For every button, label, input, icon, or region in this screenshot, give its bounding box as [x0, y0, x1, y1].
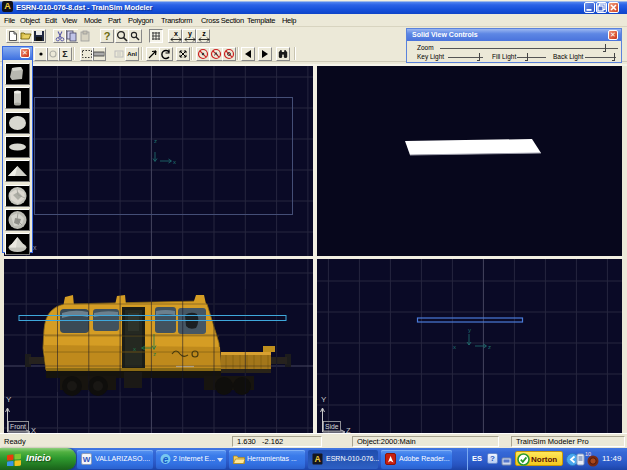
- svg-text:x: x: [133, 346, 136, 352]
- svg-text:y: y: [188, 30, 192, 38]
- svg-text:z: z: [202, 30, 206, 37]
- svg-text:A: A: [314, 454, 320, 464]
- svg-text:X: X: [31, 426, 36, 433]
- svg-text:W: W: [83, 455, 91, 464]
- svg-text:x: x: [33, 244, 37, 251]
- svg-text:Z: Z: [346, 426, 351, 433]
- svg-text:z: z: [153, 351, 156, 357]
- svg-text:y: y: [468, 327, 471, 333]
- svg-text:Side: Side: [325, 423, 339, 430]
- svg-text:z: z: [488, 344, 491, 350]
- svg-text:Y: Y: [6, 395, 12, 404]
- svg-text:z: z: [154, 138, 157, 144]
- svg-text:x: x: [453, 344, 456, 350]
- svg-text:e: e: [163, 454, 169, 465]
- svg-text:Y: Y: [321, 395, 327, 404]
- svg-text:Front: Front: [10, 423, 26, 430]
- svg-text:x: x: [174, 30, 178, 37]
- svg-text:x: x: [173, 159, 176, 165]
